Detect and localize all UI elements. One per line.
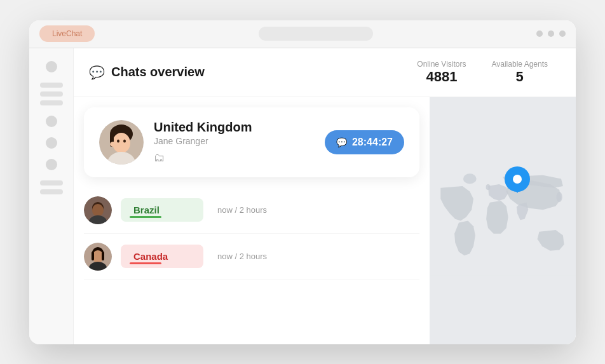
svg-rect-16: [92, 252, 94, 260]
sidebar-line-1: [40, 83, 63, 88]
available-agents-value: 5: [491, 69, 548, 85]
file-icon: 🗂: [154, 151, 315, 165]
canada-time: now / 2 hours: [217, 252, 267, 261]
online-visitors-value: 4881: [417, 69, 466, 85]
svg-point-19: [557, 192, 562, 202]
sidebar-group-2: [40, 180, 63, 194]
header-stats: Online Visitors 4881 Available Agents 5: [417, 60, 561, 85]
brazil-underline: [130, 216, 161, 218]
map-panel: [430, 97, 576, 344]
available-agents-stat: Available Agents 5: [491, 60, 548, 85]
sidebar-line-5: [40, 189, 63, 194]
brazil-label: Brazil: [133, 205, 160, 215]
visitor-avatar-canada: [84, 243, 112, 271]
featured-country: United Kingdom: [154, 120, 315, 135]
svg-point-21: [463, 173, 477, 184]
visitor-list: Brazil now / 2 hours: [74, 187, 430, 280]
timer-value: 28:44:27: [352, 137, 393, 148]
main-content: 💬 Chats overview Online Visitors 4881 Av…: [74, 48, 576, 344]
online-visitors-label: Online Visitors: [417, 60, 466, 69]
content-area: United Kingdom Jane Granger 🗂 💬 28:44:27: [74, 97, 576, 344]
online-visitors-stat: Online Visitors 4881: [417, 60, 466, 85]
sidebar-line-3: [40, 100, 63, 105]
svg-rect-17: [102, 252, 104, 260]
sidebar-nav-dot-4[interactable]: [46, 159, 57, 170]
sidebar-nav-dot-3[interactable]: [46, 137, 57, 149]
canada-underline: [130, 262, 161, 264]
browser-body: 💬 Chats overview Online Visitors 4881 Av…: [29, 48, 576, 344]
sidebar-group-1: [40, 83, 63, 105]
page-title: Chats overview: [111, 65, 205, 79]
visitor-item-brazil[interactable]: Brazil now / 2 hours: [84, 187, 419, 234]
address-pill[interactable]: [259, 27, 373, 41]
dot-3: [559, 30, 566, 37]
chats-header-left: 💬 Chats overview: [89, 65, 417, 80]
world-map-svg: [430, 97, 576, 344]
avatar: [99, 120, 144, 165]
chat-icon: 💬: [89, 65, 105, 80]
country-badge-canada: Canada: [121, 245, 203, 268]
sidebar-line-2: [40, 91, 63, 97]
svg-point-5: [117, 139, 119, 142]
chats-header: 💬 Chats overview Online Visitors 4881 Av…: [74, 48, 576, 97]
brazil-time: now / 2 hours: [217, 205, 267, 215]
browser-window: LiveChat: [29, 20, 576, 344]
svg-point-10: [92, 204, 104, 217]
sidebar: [29, 48, 74, 344]
sidebar-nav-dot-1[interactable]: [46, 61, 57, 72]
available-agents-label: Available Agents: [491, 60, 548, 69]
featured-chat-info: United Kingdom Jane Granger 🗂: [154, 120, 315, 165]
visitor-avatar-brazil: [84, 196, 112, 224]
timer-icon: 💬: [336, 137, 347, 147]
canada-label: Canada: [133, 251, 168, 262]
dot-2: [548, 30, 554, 37]
country-badge-brazil: Brazil: [121, 198, 203, 222]
address-bar: [100, 27, 531, 41]
svg-point-24: [513, 175, 522, 184]
svg-point-6: [123, 139, 126, 142]
svg-point-7: [110, 142, 116, 147]
browser-tab[interactable]: LiveChat: [39, 25, 95, 42]
map-pin: [505, 166, 530, 201]
dot-1: [536, 30, 543, 37]
svg-point-20: [486, 184, 491, 190]
sidebar-nav-dot-2[interactable]: [46, 116, 57, 127]
chat-timer[interactable]: 💬 28:44:27: [325, 130, 404, 154]
sidebar-line-4: [40, 180, 63, 185]
featured-chat-card[interactable]: United Kingdom Jane Granger 🗂 💬 28:44:27: [84, 107, 419, 177]
visitor-item-canada[interactable]: Canada now / 2 hours: [84, 234, 419, 280]
featured-username: Jane Granger: [154, 136, 315, 146]
chat-panel: United Kingdom Jane Granger 🗂 💬 28:44:27: [74, 97, 430, 344]
browser-titlebar: LiveChat: [29, 20, 576, 48]
